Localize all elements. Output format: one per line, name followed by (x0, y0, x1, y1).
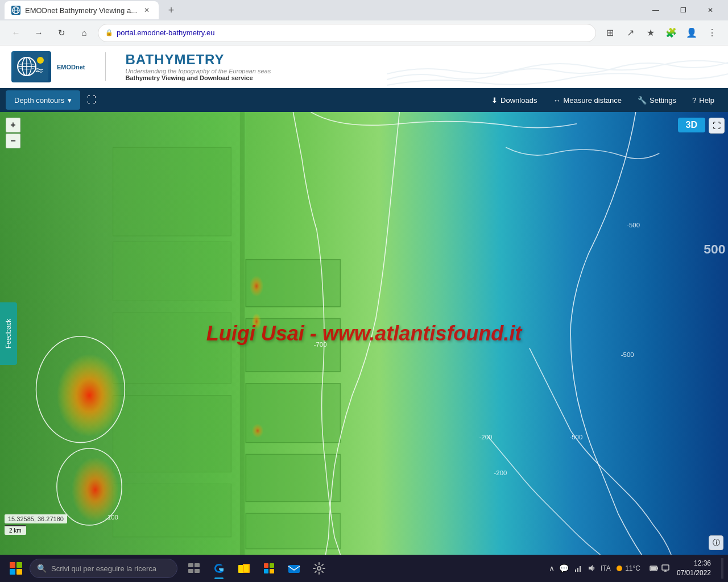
logo-emodnet-text: EMODnet (57, 64, 85, 70)
language-indicator[interactable]: ITA (601, 564, 611, 572)
taskbar-edge[interactable] (207, 556, 231, 580)
bookmark-button[interactable]: ★ (642, 24, 660, 42)
svg-text:-500: -500 (627, 222, 640, 228)
url-text: portal.emodnet-bathymetry.eu (117, 28, 589, 37)
svg-point-26 (252, 423, 264, 438)
tray-chat[interactable]: 💬 (559, 564, 569, 573)
map-canvas: -700 -200 -200 -500 -500 -500 -100 500 L… (0, 112, 728, 555)
tray-chevron[interactable]: ∧ (549, 564, 555, 573)
forward-button[interactable]: → (30, 24, 48, 42)
taskbar-search[interactable]: 🔍 Scrivi qui per eseguire la ricerca (30, 559, 177, 578)
taskbar-store[interactable] (257, 556, 281, 580)
menu-button[interactable]: ⋮ (703, 24, 721, 42)
taskbar: 🔍 Scrivi qui per eseguire la ricerca (0, 555, 728, 582)
downloads-button[interactable]: ⬇ Downloads (483, 88, 545, 112)
coords-text: 15.32585, 36.27180 (8, 516, 64, 522)
taskbar-mail[interactable] (282, 556, 306, 580)
toolbar-actions: ⊞ ↗ ★ 🧩 👤 ⋮ (601, 24, 721, 42)
close-button[interactable]: ✕ (697, 0, 723, 20)
new-tab-button[interactable]: + (163, 2, 179, 18)
map-toolbar: Depth contours ▾ ⛶ ⬇ Downloads ↔ Measure… (0, 88, 728, 112)
home-button[interactable]: ⌂ (75, 24, 93, 42)
translate-button[interactable]: ⊞ (601, 24, 619, 42)
settings-button[interactable]: 🔧 Settings (630, 88, 684, 112)
bathymetry-subtitle: Understanding the topography of the Euro… (126, 68, 271, 74)
svg-text:-700: -700 (314, 341, 327, 348)
win-logo-yellow (16, 569, 22, 575)
toolbar-right: ⬇ Downloads ↔ Measure distance 🔧 Setting… (483, 88, 722, 112)
map-svg: -700 -200 -200 -500 -500 -500 -100 500 (0, 112, 728, 555)
settings-icon: 🔧 (638, 96, 647, 105)
info-button[interactable]: ⓘ (709, 535, 723, 550)
measure-distance-button[interactable]: ↔ Measure distance (545, 88, 630, 112)
svg-rect-38 (188, 563, 193, 567)
taskbar-clock[interactable]: 12:36 07/01/2022 (677, 559, 715, 578)
active-tab[interactable]: EMODnet Bathymetry Viewing a... ✕ (5, 1, 159, 19)
depth-contours-label: Depth contours (14, 96, 64, 105)
map-area[interactable]: -700 -200 -200 -500 -500 -500 -100 500 L… (0, 112, 728, 555)
taskbar-settings[interactable] (307, 556, 331, 580)
site-content: EMODnet BATHYMETRY Understanding the top… (0, 45, 728, 555)
tab-favicon (11, 6, 20, 15)
svg-point-9 (37, 57, 44, 64)
win-logo-red (10, 562, 15, 568)
coordinates-display: 15.32585, 36.27180 (5, 514, 67, 523)
help-button[interactable]: ? Help (684, 88, 722, 112)
minimize-button[interactable]: — (643, 0, 669, 20)
extensions-button[interactable]: 🧩 (662, 24, 680, 42)
svg-rect-12 (113, 147, 231, 236)
help-label: Help (699, 96, 714, 105)
svg-point-24 (249, 276, 263, 297)
taskbar-task-view[interactable] (182, 556, 206, 580)
search-placeholder-text: Scrivi qui per eseguire la ricerca (51, 564, 156, 573)
header-decoration (387, 45, 728, 88)
maximize-button[interactable]: ❐ (670, 0, 696, 20)
help-icon: ? (692, 96, 696, 105)
measure-label: Measure distance (563, 96, 622, 105)
site-header: EMODnet BATHYMETRY Understanding the top… (0, 45, 728, 88)
3d-button[interactable]: 3D (678, 118, 705, 132)
svg-point-23 (72, 458, 119, 522)
start-button[interactable] (5, 557, 27, 580)
tab-title: EMODnet Bathymetry Viewing a... (25, 6, 137, 15)
zoom-in-button[interactable]: + (6, 118, 20, 132)
monitor-icon (661, 564, 670, 573)
lock-icon: 🔒 (105, 29, 113, 36)
network-icon[interactable] (573, 564, 582, 573)
svg-marker-54 (589, 565, 593, 571)
site-logo: EMODnet (11, 51, 85, 82)
expand-button[interactable]: ⛶ (80, 90, 103, 110)
refresh-button[interactable]: ↻ (52, 24, 71, 42)
taskbar-right: ∧ 💬 ITA (544, 558, 723, 579)
taskbar-file-explorer[interactable] (232, 556, 256, 580)
system-tray: ∧ 💬 ITA (544, 564, 645, 573)
weather-icon (615, 564, 623, 572)
profile-button[interactable]: 👤 (682, 24, 701, 42)
taskbar-apps (182, 556, 331, 580)
svg-rect-47 (264, 569, 268, 573)
show-desktop-button[interactable] (721, 558, 723, 579)
bathymetry-service: Bathymetry Viewing and Download service (126, 74, 271, 81)
share-button[interactable]: ↗ (621, 24, 639, 42)
address-bar[interactable]: 🔒 portal.emodnet-bathymetry.eu (98, 24, 596, 42)
svg-point-25 (252, 313, 262, 330)
fullscreen-button[interactable]: ⛶ (709, 118, 725, 134)
back-button[interactable]: ← (7, 24, 25, 42)
temperature-display: 11°C (615, 564, 640, 573)
scale-text: 2 km (9, 527, 22, 534)
volume-icon[interactable] (587, 564, 596, 573)
battery-icon (650, 564, 659, 573)
zoom-controls: + − (6, 118, 20, 148)
svg-rect-48 (270, 569, 274, 573)
tab-close-button[interactable]: ✕ (142, 5, 152, 15)
fullscreen-icon: ⛶ (713, 121, 721, 130)
svg-rect-52 (577, 568, 578, 572)
measure-icon: ↔ (553, 96, 560, 105)
depth-contours-button[interactable]: Depth contours ▾ (6, 90, 80, 110)
svg-rect-14 (113, 313, 231, 384)
zoom-out-button[interactable]: − (6, 134, 20, 148)
svg-rect-59 (662, 565, 669, 570)
feedback-button[interactable]: Feedback (0, 302, 17, 365)
svg-rect-58 (651, 567, 656, 570)
svg-rect-39 (195, 563, 200, 567)
